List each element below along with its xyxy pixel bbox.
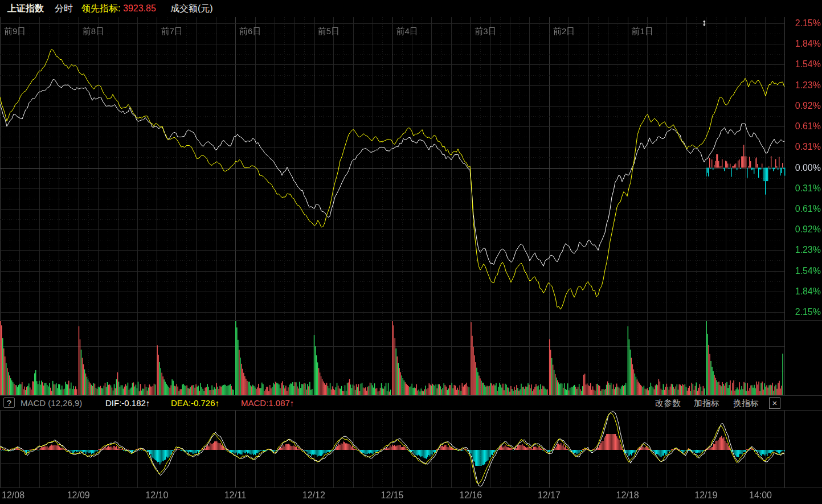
time-axis-label: 12/10 <box>145 490 168 501</box>
volume-pane <box>0 320 822 395</box>
macd-chart-canvas[interactable] <box>0 411 822 487</box>
percent-axis-label: 0.92% <box>786 101 821 111</box>
dif-value: DIF:-0.182↑ <box>105 396 150 410</box>
macd-pane <box>0 411 822 487</box>
lead-indicator-label: 领先指标: <box>81 0 120 17</box>
percent-axis-label: 1.23% <box>786 245 821 255</box>
volume-chart-canvas[interactable] <box>0 321 822 396</box>
index-name[interactable]: 上证指数 <box>7 0 44 17</box>
indicator-button-change-params[interactable]: 改参数 <box>655 396 681 410</box>
percent-axis-label: 2.15% <box>786 307 821 317</box>
time-axis: 12/0812/0912/1012/1112/1212/1512/1612/17… <box>0 487 822 504</box>
lead-indicator-value: 3923.85 <box>123 0 156 17</box>
time-axis-label: 12/17 <box>538 490 561 501</box>
indicator-button-switch-indicator[interactable]: 换指标 <box>733 396 759 410</box>
indicator-button-add-indicator[interactable]: 加指标 <box>694 396 719 410</box>
macd-value: MACD:1.087↑ <box>241 396 294 410</box>
percent-axis-label: 1.23% <box>786 80 821 91</box>
indicator-toolbar: ? MACD (12,26,9) DIF:-0.182↑ DEA:-0.726↑… <box>0 395 822 411</box>
stock-chart-app: 上证指数 分时 领先指标: 3923.85 成交额(元) 前9日前8日前7日前6… <box>0 0 822 504</box>
percent-axis-label: 0.61% <box>786 204 821 214</box>
turnover-label: 成交额(元) <box>170 0 213 17</box>
percent-axis-label: 1.84% <box>786 39 821 49</box>
percent-axis-label: 0.92% <box>786 224 821 235</box>
percent-axis-label: 0.00% <box>786 163 821 173</box>
chart-header: 上证指数 分时 领先指标: 3923.85 成交额(元) <box>0 0 822 17</box>
time-axis-label: 12/18 <box>616 490 639 501</box>
vertical-resize-cursor-icon: ↕ <box>702 18 706 28</box>
day-label-top: 前4日 <box>396 26 418 37</box>
time-axis-label: 12/09 <box>67 490 90 501</box>
day-label-top: 前7日 <box>161 26 182 37</box>
dea-value: DEA:-0.726↑ <box>171 396 219 410</box>
price-chart-canvas[interactable] <box>0 17 822 321</box>
percent-axis-label: 1.84% <box>786 286 821 297</box>
help-button[interactable]: ? <box>3 398 15 408</box>
time-axis-label: 12/11 <box>224 490 247 501</box>
day-label-top: 前8日 <box>83 26 104 37</box>
main-chart-pane: 前9日前8日前7日前6日前5日前4日前3日前2日前1日 2.15%1.84%1.… <box>0 17 822 321</box>
percent-axis-label: 1.54% <box>786 59 821 69</box>
percent-axis-label: 0.31% <box>786 142 821 152</box>
time-axis-label: 12/19 <box>694 490 717 501</box>
time-axis-label: 12/08 <box>2 490 24 501</box>
day-label-top: 前2日 <box>553 26 575 37</box>
day-label-top: 前6日 <box>239 26 261 37</box>
day-label-top: 前5日 <box>318 26 340 37</box>
day-label-top: 前1日 <box>632 26 653 37</box>
percent-axis-label: 0.31% <box>786 183 821 194</box>
time-axis-label: 14:00 <box>749 490 772 501</box>
time-axis-label: 12/16 <box>459 490 482 501</box>
percent-axis-label: 2.15% <box>786 18 821 28</box>
chart-mode-label[interactable]: 分时 <box>55 0 73 17</box>
day-label-top: 前3日 <box>475 26 496 37</box>
percent-axis-label: 1.54% <box>786 266 821 276</box>
time-axis-label: 12/12 <box>302 490 325 501</box>
time-axis-label: 12/15 <box>381 490 403 501</box>
indicator-title[interactable]: MACD (12,26,9) <box>21 396 82 410</box>
day-label-top: 前9日 <box>4 26 26 37</box>
close-indicator-button[interactable]: × <box>769 398 780 409</box>
percent-axis-label: 0.61% <box>786 121 821 132</box>
